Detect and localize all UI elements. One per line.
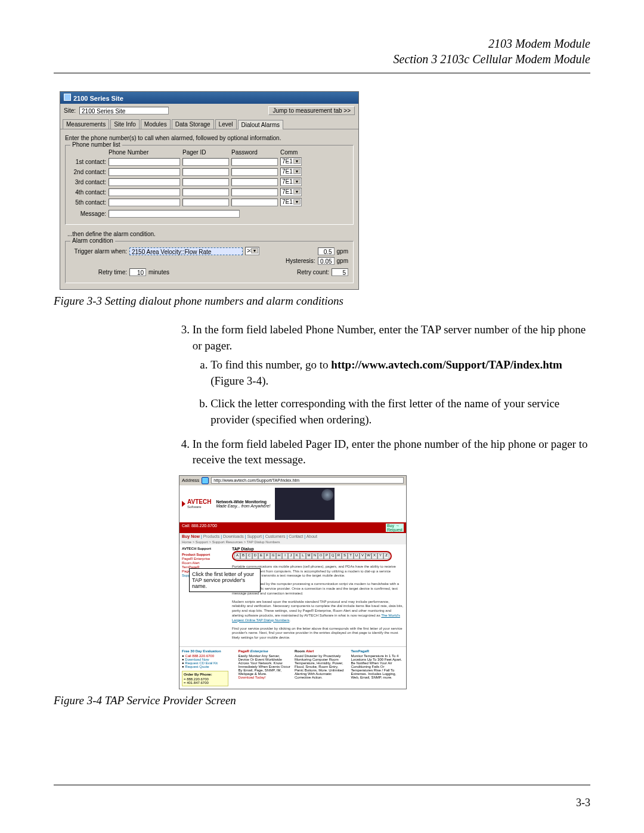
promo-tempager: TemPageRMonitor Temperature In 1 To 4 Lo… [351, 649, 404, 686]
row1-comm[interactable]: 7E1 [280, 157, 302, 166]
promo-quote[interactable]: Request Quote [185, 665, 209, 668]
hysteresis-unit: gpm [337, 258, 348, 264]
row1-password[interactable] [231, 158, 278, 166]
nav-about[interactable]: About [306, 534, 317, 538]
row2-password[interactable] [231, 168, 278, 176]
tab-dialout-alarms[interactable]: Dialout Alarms [238, 120, 283, 129]
row5-comm[interactable]: 7E1 [280, 198, 302, 206]
az-letter-R[interactable]: R [336, 553, 342, 559]
az-letter-S[interactable]: S [342, 553, 348, 559]
retry-time-label: Retry time: [70, 269, 127, 275]
alphabet-row: ABCDEFGHIJKLMNOPQRSTUVWXYZ [232, 551, 392, 561]
row2-label: 2nd contact: [70, 169, 106, 175]
figure-3-4-screenshot: Addresshttp://www.avtech.com/Support/TAP… [179, 475, 407, 689]
hysteresis-input[interactable]: 0.05 [318, 257, 335, 265]
operator-select[interactable]: >= [245, 247, 259, 255]
threshold-input[interactable]: 0.5 [318, 247, 335, 255]
row2-pager[interactable] [182, 168, 229, 176]
az-letter-M[interactable]: M [306, 553, 312, 559]
row3-phone[interactable] [109, 178, 180, 186]
side-heading: AVTECH Support [182, 547, 211, 550]
message-field[interactable] [109, 210, 240, 218]
az-letter-A[interactable]: A [234, 553, 240, 559]
az-letter-Y[interactable]: Y [377, 553, 383, 559]
jump-button[interactable]: Jump to measurement tab >> [268, 106, 355, 115]
retry-count-input[interactable]: 5 [332, 268, 348, 276]
window-titlebar: 2100 Series Site [60, 92, 358, 104]
az-letter-H[interactable]: H [276, 553, 282, 559]
row4-comm[interactable]: 7E1 [280, 188, 302, 196]
az-letter-T[interactable]: T [348, 553, 354, 559]
header-line1: 2103 Modem Module [54, 36, 590, 51]
az-letter-I[interactable]: I [282, 553, 288, 559]
hysteresis-label: Hysteresis: [286, 258, 315, 264]
row4-password[interactable] [231, 188, 278, 196]
row4-pager[interactable] [182, 188, 229, 196]
az-letter-Z[interactable]: Z [383, 553, 389, 559]
tab-measurements[interactable]: Measurements [63, 119, 109, 129]
az-letter-G[interactable]: G [270, 553, 276, 559]
az-letter-L[interactable]: L [300, 553, 306, 559]
panel-instruction: Enter the phone number(s) to call when a… [65, 135, 354, 141]
step-3a: To find this number, go to http://www.av… [210, 357, 590, 389]
row3-comm[interactable]: 7E1 [280, 178, 302, 186]
az-letter-E[interactable]: E [258, 553, 264, 559]
top-nav: Buy Now | Products | Downloads | Support… [179, 533, 406, 540]
promo-free-eval: Free 30 Day Evaluation ● Call 888.220.67… [182, 649, 235, 686]
az-letter-W[interactable]: W [366, 553, 371, 559]
nav-customers[interactable]: Customers [265, 534, 286, 538]
side-roomalert[interactable]: Room Alert [182, 561, 227, 565]
az-letter-B[interactable]: B [240, 553, 246, 559]
row4-phone[interactable] [109, 188, 180, 196]
side-pager[interactable]: PageR Enterprise [182, 557, 227, 561]
order-by-phone: Order By Phone:= 888.220.6700= 401.847.6… [182, 671, 228, 686]
row5-password[interactable] [231, 199, 278, 206]
buy-request-link[interactable]: Buy →Request [386, 524, 404, 532]
retry-time-input[interactable]: 10 [129, 268, 146, 276]
az-letter-V[interactable]: V [360, 553, 366, 559]
az-letter-K[interactable]: K [294, 553, 300, 559]
row2-comm[interactable]: 7E1 [280, 168, 302, 176]
phone-list-title: Phone number list [70, 141, 122, 148]
tap-url: http://www.avtech.com/Support/TAP/index.… [331, 358, 562, 371]
nav-contact[interactable]: Contact [289, 534, 303, 538]
footer-rule [54, 785, 590, 785]
nav-support[interactable]: Support [247, 534, 262, 538]
row3-pager[interactable] [182, 178, 229, 186]
tab-modules[interactable]: Modules [141, 119, 171, 129]
row1-pager[interactable] [182, 158, 229, 166]
row1-phone[interactable] [109, 158, 180, 166]
site-field[interactable]: 2100 Series Site [79, 107, 169, 114]
az-letter-P[interactable]: P [324, 553, 330, 559]
address-bar[interactable]: http://www.avtech.com/Support/TAP/index.… [211, 477, 404, 484]
trigger-select[interactable]: 2150 Area Velocity::Flow Rate [129, 247, 243, 255]
row5-pager[interactable] [182, 199, 229, 206]
az-letter-J[interactable]: J [288, 553, 294, 559]
az-letter-X[interactable]: X [371, 553, 377, 559]
then-define-note: ...then define the alarm condition. [67, 231, 354, 237]
nav-buy-now[interactable]: Buy Now [182, 534, 200, 538]
tab-level[interactable]: Level [215, 119, 237, 129]
row2-phone[interactable] [109, 168, 180, 176]
nav-products[interactable]: Products [203, 534, 220, 538]
call-number: Call: 888.220.6700 [182, 524, 217, 532]
nav-downloads[interactable]: Downloads [223, 534, 244, 538]
az-letter-Q[interactable]: Q [330, 553, 336, 559]
az-letter-N[interactable]: N [312, 553, 318, 559]
row3-password[interactable] [231, 178, 278, 186]
az-letter-C[interactable]: C [246, 553, 252, 559]
row5-phone[interactable] [109, 199, 180, 206]
download-today-link[interactable]: Download Today! [239, 676, 292, 679]
header-rule [54, 73, 590, 73]
az-letter-U[interactable]: U [354, 553, 360, 559]
logo-triangle-icon [182, 501, 185, 507]
tab-site-info[interactable]: Site Info [110, 119, 140, 129]
az-letter-F[interactable]: F [264, 553, 270, 559]
tab-data-storage[interactable]: Data Storage [172, 119, 214, 129]
ie-icon [202, 477, 209, 484]
breadcrumb: Home > Support > Support Resources > TAP… [179, 540, 406, 544]
az-letter-O[interactable]: O [318, 553, 324, 559]
tagline: Network-Wide MonitoringMade Easy... from… [216, 500, 270, 508]
figure-3-3-screenshot: 2100 Series Site Site: 2100 Series Site … [60, 91, 359, 290]
az-letter-D[interactable]: D [252, 553, 258, 559]
